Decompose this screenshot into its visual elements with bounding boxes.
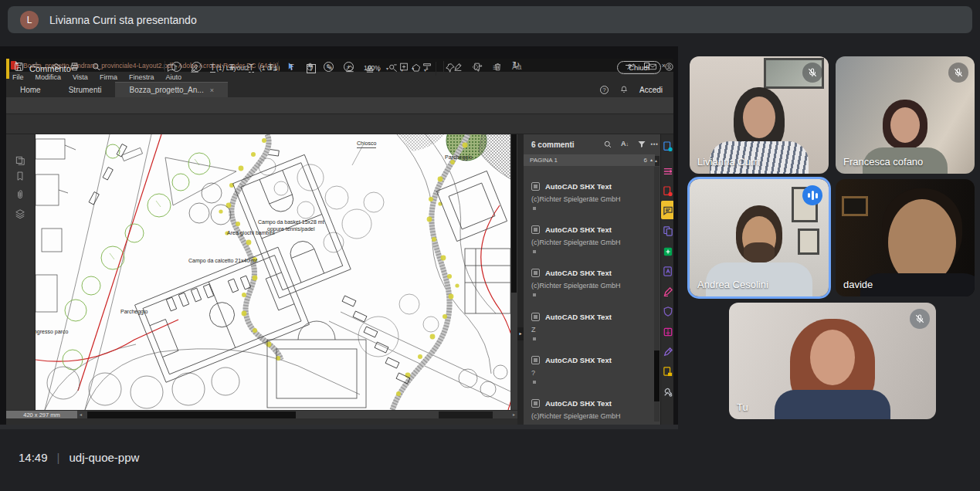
mic-muted-badge [948, 63, 968, 83]
label-calcetto: Campo da calcetto 21x40 mt [188, 258, 257, 264]
label-ingresso-parco: Ingresso parco [36, 329, 68, 335]
stamp-icon[interactable] [365, 63, 375, 73]
tab-close-icon[interactable]: × [210, 86, 214, 94]
edit-pdf-icon[interactable] [663, 165, 673, 177]
horizontal-scrollbar-thumb[interactable] [87, 411, 296, 418]
comments-filter-icon[interactable] [637, 140, 646, 149]
vertical-scrollbar-thumb[interactable] [511, 134, 517, 293]
combine-files-icon[interactable] [663, 225, 673, 237]
help-icon[interactable]: ? [600, 86, 609, 94]
more-tools-icon[interactable] [663, 386, 673, 398]
chiudi-button[interactable]: Chiudi [617, 61, 661, 74]
menu-finestra[interactable]: Finestra [129, 73, 154, 81]
underline-text-icon[interactable]: T [210, 63, 215, 73]
fill-sign-icon[interactable] [663, 286, 673, 297]
highlight-icon[interactable] [189, 63, 200, 73]
participant-name: Tu [737, 401, 748, 413]
comment-label: Commento [29, 64, 71, 73]
shapes-icon[interactable] [388, 63, 398, 73]
export-pages-icon[interactable] [663, 366, 673, 378]
meet-bottom-bar: 14:49 | udj-quoe-ppw ⋮ 6 [0, 429, 980, 491]
participant-tile-livianna[interactable]: Livianna Curri [690, 56, 829, 174]
comments-scrollbar[interactable] [654, 167, 660, 422]
page-section-header[interactable]: PAGINA 1 6 ▴ [524, 154, 655, 166]
draw-pencil-icon[interactable]: ✎ [326, 63, 333, 73]
text-format-icon[interactable]: Aa [512, 63, 521, 71]
screen-share-region: Bozza_progetto_Andrano_provinciale4-Layo… [0, 46, 678, 429]
section-count: 6 [644, 154, 647, 166]
participant-tile-andrea[interactable]: Andrea Cesolini [690, 179, 829, 296]
bookmarks-icon[interactable] [15, 171, 25, 181]
mic-off-icon [953, 67, 964, 78]
text-box-icon[interactable]: T [307, 64, 316, 73]
menu-file[interactable]: File [12, 73, 24, 81]
shapes-caret-icon[interactable]: ▾ [401, 67, 403, 73]
accedi-button[interactable]: Accedi [639, 86, 663, 94]
layers-icon[interactable] [15, 208, 25, 219]
participant-tile-tu[interactable]: Tu [729, 303, 936, 419]
create-pdf-icon[interactable] [663, 185, 673, 197]
polygon-icon[interactable] [411, 63, 422, 73]
mic-muted-badge [802, 63, 822, 83]
stamp-caret-icon[interactable]: ▾ [378, 67, 380, 73]
comment-accent-strip [6, 59, 9, 79]
strikethrough-text-icon[interactable]: T [229, 63, 235, 72]
eraser-icon[interactable] [344, 63, 355, 73]
pin-icon[interactable] [445, 63, 456, 73]
participant-tile-davide[interactable]: davide [836, 179, 975, 296]
vertical-scrollbar[interactable]: ▾ [510, 134, 517, 418]
tab-document[interactable]: Bozza_progetto_An... × [115, 82, 227, 97]
menu-bar: File Modifica Vista Firma Finestra Aiuto [6, 72, 673, 82]
participant-name: Livianna Curri [697, 156, 759, 168]
scan-ocr-icon[interactable] [663, 266, 673, 277]
save-icon[interactable] [14, 62, 24, 72]
account-icon[interactable] [664, 62, 673, 72]
pdf-page[interactable]: Chiosco Parcheggio Campo da basket 15x28… [36, 134, 510, 410]
tab-strumenti[interactable]: Strumenti [55, 82, 116, 97]
horizontal-scrollbar-thumb2[interactable] [439, 411, 493, 418]
presenting-banner: L Livianna Curri sta presentando [8, 6, 972, 33]
print-icon[interactable] [70, 62, 80, 72]
menu-aiuto[interactable]: Aiuto [165, 73, 181, 81]
menu-vista[interactable]: Vista [73, 73, 88, 81]
measure-icon[interactable] [663, 346, 673, 357]
tab-home[interactable]: Home [6, 82, 55, 97]
bell-icon[interactable] [619, 85, 629, 94]
label-area-giochi: Area giochi bambini [227, 230, 274, 236]
section-collapse-icon[interactable]: ▴ [650, 154, 653, 166]
label-parcheggio-bottom: Parcheggio [120, 309, 148, 315]
sticky-note-icon[interactable] [166, 63, 177, 73]
reply-indicator [533, 293, 536, 296]
participant-name: Francesca cofano [843, 156, 923, 168]
acrobat-titlebar[interactable]: Bozza_progetto_Andrano_provinciale4-Layo… [6, 59, 673, 72]
panel-collapse-icon[interactable]: ▸ [517, 327, 524, 340]
organize-pages-icon[interactable] [663, 246, 673, 257]
menu-firma[interactable]: Firma [100, 73, 117, 81]
protect-pdf-icon[interactable] [663, 306, 673, 317]
comment-type-icon [531, 269, 540, 277]
comments-sort-icon[interactable]: A↓ [621, 140, 629, 147]
comment-tool-icon[interactable] [663, 205, 673, 216]
search-icon[interactable] [91, 62, 101, 72]
compress-pdf-icon[interactable] [663, 326, 673, 337]
tools-rail [660, 134, 673, 425]
speaking-indicator-badge [802, 185, 822, 205]
comments-more-icon[interactable]: ⋯ [650, 140, 658, 148]
page-thumbnails-icon[interactable] [15, 155, 25, 166]
insert-text-icon[interactable]: T [249, 63, 254, 73]
mic-muted-badge [910, 309, 930, 329]
attachments-icon[interactable] [15, 189, 25, 200]
line-weight-icon[interactable]: ≡ [493, 63, 497, 72]
polygon-caret-icon[interactable]: ▾ [424, 67, 426, 73]
fill-color-icon[interactable] [470, 63, 480, 73]
comments-search-icon[interactable] [603, 140, 612, 149]
replace-text-icon[interactable]: Tₐ [268, 63, 276, 72]
export-pdf-icon[interactable] [663, 141, 673, 152]
menu-modifica[interactable]: Modifica [36, 73, 62, 81]
add-text-icon[interactable]: T [289, 63, 294, 72]
reply-indicator [533, 207, 536, 210]
mic-off-icon [914, 313, 925, 324]
comment-toolbar: Commento T T T Tₐ T T ✎ ▾ ▾ ▾ ≡ Aa Chiud… [6, 114, 673, 134]
horizontal-scrollbar[interactable]: 420 x 297 mm ◂ ▸ [6, 410, 517, 418]
participant-tile-francesca[interactable]: Francesca cofano [836, 56, 975, 174]
